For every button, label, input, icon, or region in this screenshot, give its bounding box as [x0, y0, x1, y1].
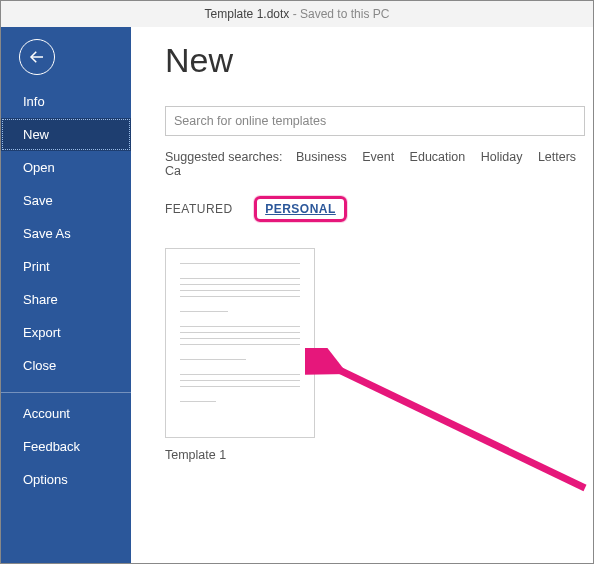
sidebar-item-save[interactable]: Save: [1, 184, 131, 217]
annotation-highlight: PERSONAL: [254, 196, 347, 222]
page-title: New: [165, 41, 593, 80]
backstage-sidebar: Info New Open Save Save As Print Share E…: [1, 27, 131, 563]
title-bar: Template 1.dotx - Saved to this PC: [1, 1, 593, 27]
sidebar-item-account[interactable]: Account: [1, 397, 131, 430]
back-button[interactable]: [19, 39, 55, 75]
suggested-letters[interactable]: Letters: [538, 150, 576, 164]
suggested-event[interactable]: Event: [362, 150, 394, 164]
sidebar-item-export[interactable]: Export: [1, 316, 131, 349]
svg-line-1: [335, 368, 585, 488]
sidebar-item-save-as[interactable]: Save As: [1, 217, 131, 250]
sidebar-item-new[interactable]: New: [1, 118, 131, 151]
tab-featured[interactable]: FEATURED: [165, 202, 233, 216]
sidebar-item-print[interactable]: Print: [1, 250, 131, 283]
suggested-education[interactable]: Education: [410, 150, 466, 164]
template-thumbnail: [165, 248, 315, 438]
suggested-business[interactable]: Business: [296, 150, 347, 164]
arrow-left-icon: [28, 48, 46, 66]
suggested-more[interactable]: Ca: [165, 164, 181, 178]
template-name: Template 1: [165, 448, 315, 462]
sidebar-item-close[interactable]: Close: [1, 349, 131, 382]
template-tabs: FEATURED PERSONAL: [165, 196, 593, 222]
template-search[interactable]: [165, 106, 585, 136]
suggested-holiday[interactable]: Holiday: [481, 150, 523, 164]
sidebar-item-options[interactable]: Options: [1, 463, 131, 496]
save-location: Saved to this PC: [300, 7, 389, 21]
sidebar-item-open[interactable]: Open: [1, 151, 131, 184]
search-input[interactable]: [174, 114, 576, 128]
sidebar-item-feedback[interactable]: Feedback: [1, 430, 131, 463]
suggested-searches: Suggested searches: Business Event Educa…: [165, 150, 593, 178]
sidebar-item-share[interactable]: Share: [1, 283, 131, 316]
document-filename: Template 1.dotx: [205, 7, 290, 21]
sidebar-separator: [1, 392, 131, 393]
annotation-arrow: [305, 348, 593, 548]
suggested-label: Suggested searches:: [165, 150, 282, 164]
template-card[interactable]: Template 1: [165, 248, 315, 462]
tab-personal[interactable]: PERSONAL: [265, 202, 336, 216]
main-panel: New Suggested searches: Business Event E…: [131, 27, 593, 563]
sidebar-item-info[interactable]: Info: [1, 85, 131, 118]
